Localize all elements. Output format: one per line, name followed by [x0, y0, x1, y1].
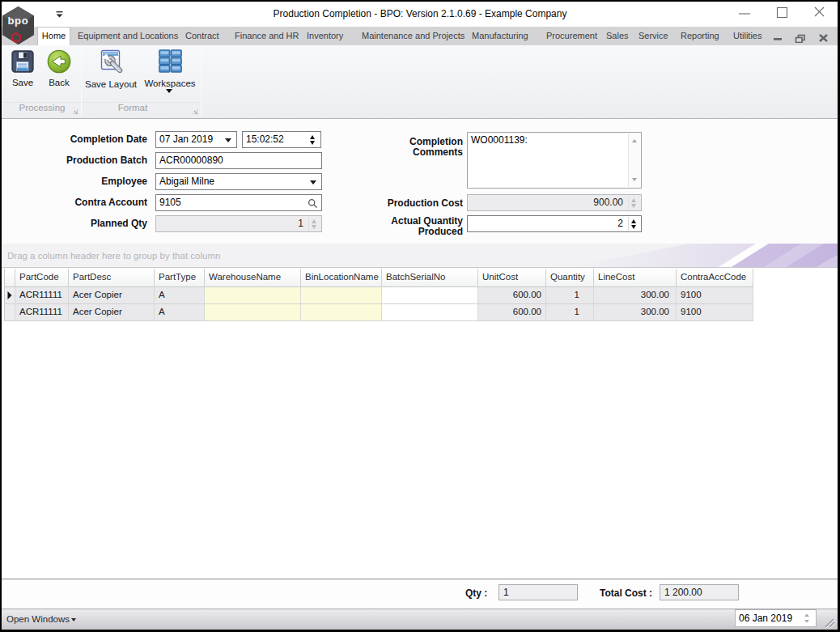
svg-text:bpo: bpo	[7, 15, 28, 27]
